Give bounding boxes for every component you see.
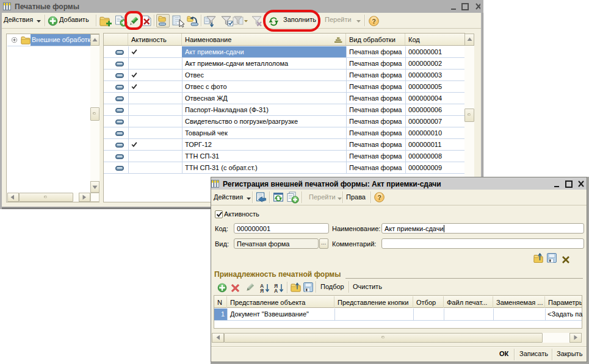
svg-text:А: А xyxy=(274,288,278,293)
svg-text:?: ? xyxy=(372,18,376,25)
svg-text:?: ? xyxy=(377,194,381,201)
svg-text:Я: Я xyxy=(260,288,264,293)
